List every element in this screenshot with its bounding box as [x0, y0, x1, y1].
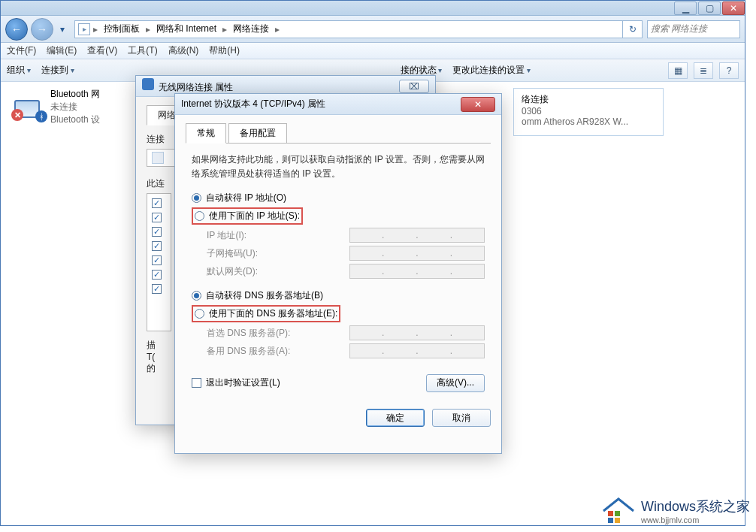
chevron-right-icon: ▸: [93, 24, 98, 35]
breadcrumb-network-internet[interactable]: 网络和 Internet: [153, 21, 219, 37]
adapter-device: omm Atheros AR928X W...: [522, 116, 655, 127]
menu-view[interactable]: 查看(V): [87, 44, 117, 57]
adapter-chip-icon: [152, 152, 164, 164]
label-use-ip: 使用下面的 IP 地址(S):: [209, 210, 300, 222]
dns-group: 自动获得 DNS 服务器地址(B) 使用下面的 DNS 服务器地址(E): 首选…: [192, 289, 485, 358]
chevron-right-icon: ▸: [275, 24, 280, 35]
help-icon[interactable]: ?: [719, 62, 739, 79]
navigation-bar: ← → ▾ ▸ ▸ 控制面板 ▸ 网络和 Internet ▸ 网络连接 ▸ ↻…: [1, 16, 745, 43]
label-validate-on-exit: 退出时验证设置(L): [206, 376, 280, 389]
svg-rect-1: [615, 511, 620, 516]
menu-advanced[interactable]: 高级(N): [168, 44, 199, 57]
radio-obtain-ip-auto[interactable]: [192, 193, 201, 203]
dialog-close-button[interactable]: ⌧: [399, 80, 429, 93]
tab-alternate[interactable]: 备用配置: [228, 123, 287, 144]
input-subnet-mask[interactable]: ...: [349, 246, 485, 261]
chevron-right-icon: ▸: [222, 24, 227, 35]
toolbar-change-settings[interactable]: 更改此连接的设置: [452, 64, 531, 77]
breadcrumb-icon: ▸: [78, 23, 90, 35]
input-ip-address[interactable]: ...: [349, 228, 485, 243]
window-minimize-button[interactable]: ▁: [674, 2, 697, 15]
adapter-name: Bluetooth 网: [50, 88, 100, 101]
advanced-button[interactable]: 高级(V)...: [426, 374, 485, 392]
label-ip-address: IP 地址(I):: [207, 229, 246, 242]
label-preferred-dns: 首选 DNS 服务器(P):: [207, 327, 290, 340]
svg-rect-0: [608, 511, 613, 516]
tab-strip: 常规 备用配置: [186, 122, 491, 144]
nav-forward-button[interactable]: →: [31, 18, 53, 41]
intro-text: 如果网络支持此功能，则可以获取自动指派的 IP 设置。否则，您需要从网络系统管理…: [192, 153, 485, 181]
highlight-use-dns: 使用下面的 DNS 服务器地址(E):: [192, 305, 340, 322]
breadcrumb-control-panel[interactable]: 控制面板: [101, 21, 143, 37]
watermark-title: Windows系统之家: [641, 497, 750, 515]
window-maximize-button[interactable]: ▢: [698, 2, 721, 15]
bluetooth-icon: ᚼ: [35, 110, 47, 122]
menu-edit[interactable]: 编辑(E): [47, 44, 77, 57]
toolbar-connect-to[interactable]: 连接到: [41, 64, 74, 77]
menu-tools[interactable]: 工具(T): [128, 44, 157, 57]
adapter-status: 未连接: [50, 101, 100, 113]
input-preferred-dns[interactable]: ...: [349, 325, 485, 340]
dialog-title: Internet 协议版本 4 (TCP/IPv4) 属性: [181, 98, 325, 110]
breadcrumb-network-connections[interactable]: 网络连接: [230, 21, 272, 37]
ip-group: 自动获得 IP 地址(O) 使用下面的 IP 地址(S): IP 地址(I): …: [192, 192, 485, 279]
dialog-icon: [142, 78, 154, 90]
label-use-dns: 使用下面的 DNS 服务器地址(E):: [209, 307, 337, 320]
refresh-button[interactable]: ↻: [623, 20, 643, 38]
nav-history-dropdown[interactable]: ▾: [56, 18, 68, 41]
radio-use-ip[interactable]: [195, 211, 204, 221]
checkbox[interactable]: ✓: [152, 213, 162, 222]
watermark-logo-icon: [602, 496, 635, 526]
svg-rect-2: [608, 518, 613, 523]
dialog-footer: 确定 取消: [175, 400, 501, 436]
toolbar-organize[interactable]: 组织: [7, 64, 31, 77]
svg-rect-3: [615, 518, 620, 523]
adapter-icon: ✕ ᚼ: [14, 88, 44, 118]
checkbox[interactable]: ✓: [152, 284, 162, 294]
dialog-title: 无线网络连接 属性: [159, 82, 233, 92]
label-alternate-dns: 备用 DNS 服务器(A):: [207, 345, 290, 358]
breadcrumb-bar[interactable]: ▸ ▸ 控制面板 ▸ 网络和 Internet ▸ 网络连接 ▸: [74, 20, 623, 38]
checkbox-validate-on-exit[interactable]: [192, 378, 201, 388]
error-badge-icon: ✕: [11, 109, 23, 121]
menu-file[interactable]: 文件(F): [7, 44, 36, 57]
checkbox[interactable]: ✓: [152, 241, 162, 251]
menu-help[interactable]: 帮助(H): [209, 44, 240, 57]
nav-back-button[interactable]: ←: [5, 18, 28, 41]
adapter-name: 络连接: [522, 93, 655, 106]
label-subnet-mask: 子网掩码(U):: [207, 247, 258, 260]
radio-use-dns[interactable]: [195, 309, 204, 319]
checkbox[interactable]: ✓: [152, 227, 162, 237]
label-obtain-ip-auto: 自动获得 IP 地址(O): [206, 192, 286, 204]
highlight-use-ip: 使用下面的 IP 地址(S):: [192, 207, 303, 225]
view-mode-icon[interactable]: ▦: [668, 62, 688, 79]
checkbox[interactable]: ✓: [152, 198, 162, 208]
watermark: Windows系统之家 www.bjjmlv.com: [602, 496, 750, 526]
dialog-ipv4-properties: Internet 协议版本 4 (TCP/IPv4) 属性 ✕ 常规 备用配置 …: [174, 93, 502, 454]
menu-bar: 文件(F) 编辑(E) 查看(V) 工具(T) 高级(N) 帮助(H): [1, 43, 745, 59]
input-alternate-dns[interactable]: ...: [349, 343, 485, 358]
adapter-status: 0306: [522, 106, 655, 116]
watermark-url: www.bjjmlv.com: [641, 515, 750, 524]
label-default-gateway: 默认网关(D):: [207, 265, 258, 278]
window-titlebar: ▁ ▢ ✕: [1, 1, 745, 16]
checkbox[interactable]: ✓: [152, 270, 162, 280]
dialog-close-button[interactable]: ✕: [461, 97, 495, 112]
dialog-titlebar: Internet 协议版本 4 (TCP/IPv4) 属性 ✕: [175, 94, 501, 115]
tab-general[interactable]: 常规: [186, 123, 226, 144]
adapter-item-wifi[interactable]: 络连接 0306 omm Atheros AR928X W...: [513, 88, 664, 136]
window-close-button[interactable]: ✕: [722, 2, 745, 15]
search-input[interactable]: 搜索 网络连接: [647, 20, 740, 38]
ok-button[interactable]: 确定: [366, 409, 425, 427]
checkbox[interactable]: ✓: [152, 255, 162, 265]
list-mode-icon[interactable]: ≣: [694, 62, 713, 79]
component-list[interactable]: ✓ ✓ ✓ ✓ ✓ ✓ ✓: [147, 193, 171, 331]
label-obtain-dns-auto: 自动获得 DNS 服务器地址(B): [206, 289, 323, 302]
adapter-device: Bluetooth 设: [50, 113, 100, 126]
cancel-button[interactable]: 取消: [432, 409, 491, 427]
input-default-gateway[interactable]: ...: [349, 264, 485, 279]
radio-obtain-dns-auto[interactable]: [192, 291, 201, 301]
chevron-right-icon: ▸: [146, 24, 150, 35]
